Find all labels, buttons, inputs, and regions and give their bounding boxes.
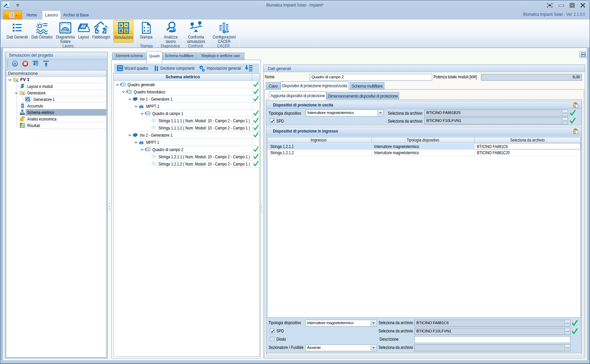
svg-text:A: A <box>191 23 193 25</box>
svg-text:B: B <box>199 22 200 24</box>
